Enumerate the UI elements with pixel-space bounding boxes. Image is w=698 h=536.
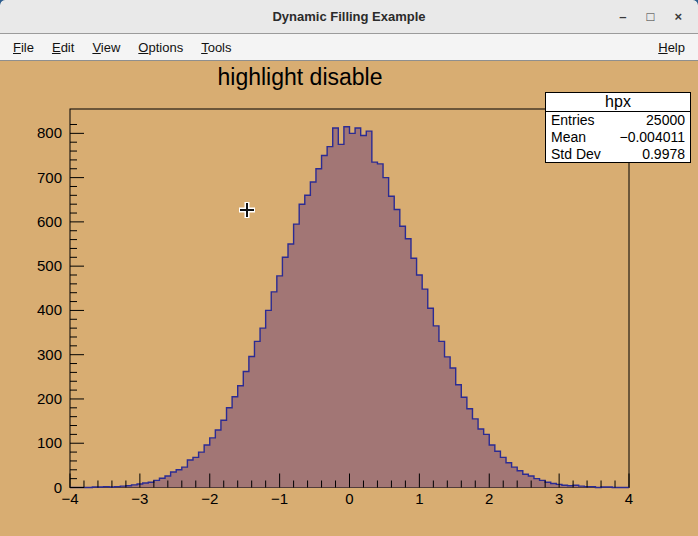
- x-tick-label: −1: [271, 490, 288, 507]
- menu-item-file[interactable]: File: [4, 40, 43, 55]
- menubar: File Edit View Options Tools Help: [0, 34, 698, 61]
- y-tick-label: 500: [37, 257, 62, 274]
- x-tick-label: −4: [61, 490, 78, 507]
- stats-label-stddev: Std Dev: [551, 146, 601, 162]
- stats-label-entries: Entries: [551, 112, 595, 128]
- histogram-hpx[interactable]: [70, 127, 629, 488]
- maximize-icon[interactable]: □: [647, 10, 655, 23]
- y-tick-label: 200: [37, 390, 62, 407]
- x-tick-label: 1: [415, 490, 423, 507]
- y-tick-label: 700: [37, 169, 62, 186]
- x-tick-label: 0: [345, 490, 353, 507]
- x-tick-label: 2: [485, 490, 493, 507]
- menu-item-edit[interactable]: Edit: [43, 40, 83, 55]
- stats-value-mean: −0.004011: [619, 129, 685, 145]
- plot-title: highlight disable: [218, 64, 383, 91]
- y-tick-label: 800: [37, 124, 62, 141]
- y-tick-label: 400: [37, 301, 62, 318]
- x-tick-label: −3: [131, 490, 148, 507]
- root-canvas[interactable]: −4−3−2−1012340100200300400500600700800 h…: [0, 61, 698, 536]
- stats-row-stddev: Std Dev 0.9978: [546, 145, 690, 162]
- minimize-icon[interactable]: –: [619, 10, 626, 23]
- stats-value-stddev: 0.9978: [642, 146, 685, 162]
- x-tick-label: 3: [555, 490, 563, 507]
- x-tick-label: −2: [201, 490, 218, 507]
- menu-item-options[interactable]: Options: [129, 40, 192, 55]
- y-tick-label: 0: [54, 479, 62, 496]
- app-window: Dynamic Filling Example – □ × File Edit …: [0, 0, 698, 536]
- menu-item-view[interactable]: View: [83, 40, 129, 55]
- window-controls: – □ ×: [619, 10, 698, 23]
- cross-cursor-icon: [239, 202, 255, 218]
- stats-label-mean: Mean: [551, 129, 586, 145]
- window-title: Dynamic Filling Example: [272, 9, 425, 24]
- stats-row-entries: Entries 25000: [546, 112, 690, 129]
- menu-item-tools[interactable]: Tools: [192, 40, 240, 55]
- close-icon[interactable]: ×: [674, 10, 682, 23]
- titlebar[interactable]: Dynamic Filling Example – □ ×: [0, 0, 698, 34]
- y-tick-label: 100: [37, 434, 62, 451]
- stats-title: hpx: [546, 93, 690, 112]
- y-tick-label: 300: [37, 346, 62, 363]
- y-tick-label: 600: [37, 213, 62, 230]
- stats-box[interactable]: hpx Entries 25000 Mean −0.004011 Std Dev…: [545, 92, 691, 163]
- stats-row-mean: Mean −0.004011: [546, 129, 690, 146]
- menu-item-help[interactable]: Help: [649, 40, 694, 55]
- x-tick-label: 4: [625, 490, 633, 507]
- stats-value-entries: 25000: [646, 112, 685, 128]
